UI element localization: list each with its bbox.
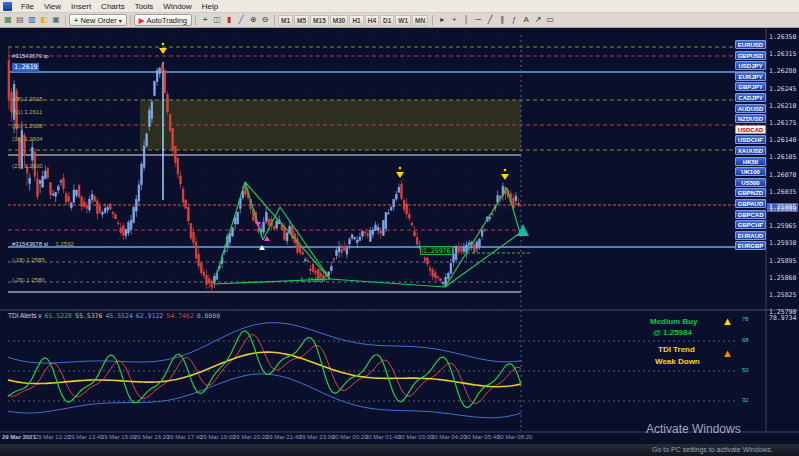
price-scale-label: 1.26245	[769, 85, 796, 93]
vertical-line-icon[interactable]: │	[460, 14, 472, 27]
bar-chart-icon[interactable]: ◫	[211, 14, 223, 27]
tdi-values: 65.522855.537645.552462.912254.74620.000…	[42, 312, 221, 319]
trendline-icon[interactable]: ╱	[484, 14, 496, 27]
tdi-value: 0.0000	[197, 312, 220, 320]
market-watch-icon[interactable]: ▥	[26, 14, 38, 27]
pair-button-gbpcad[interactable]: GBPCAD	[735, 210, 766, 219]
pair-button-gbpnzd[interactable]: GBPNZD	[735, 188, 766, 197]
toolbar-separator	[274, 15, 275, 26]
timeframe-mn[interactable]: MN	[412, 15, 428, 26]
mt4-window: FileViewInsertChartsToolsWindowHelp ▦ ▤ …	[0, 0, 799, 456]
signal-weak-down: Weak Down	[655, 357, 700, 366]
timeframe-h1[interactable]: H1	[349, 15, 363, 26]
activate-windows-watermark: Activate Windows	[646, 422, 741, 436]
time-axis-label: 29 Mar 12:20	[35, 434, 70, 440]
menu-help[interactable]: Help	[197, 2, 223, 11]
pair-button-gbpjpy[interactable]: GBPJPY	[735, 82, 766, 91]
shapes-icon[interactable]: ▭	[544, 14, 556, 27]
status-bar: Go to PC settings to activate Windows.	[0, 444, 799, 456]
line-chart-icon[interactable]: ╱	[235, 14, 247, 27]
tdi-value: 54.7462	[166, 312, 193, 320]
plus-icon: +	[74, 16, 78, 25]
terminal-icon[interactable]: ▣	[50, 14, 62, 27]
price-scale-label: 1.25895	[769, 257, 796, 265]
timeframe-h4[interactable]: H4	[365, 15, 379, 26]
signal-tdi-trend: TDI Trend	[658, 345, 695, 354]
pair-button-cadjpy[interactable]: CADJPY	[735, 93, 766, 102]
channel-icon[interactable]: ∥	[496, 14, 508, 27]
pair-button-audusd[interactable]: AUDUSD	[735, 104, 766, 113]
fib-level-label: (38) 1.2604	[12, 136, 43, 142]
price-scale-label: 1.26070	[769, 171, 796, 179]
pair-button-gbpaud[interactable]: GBPAUD	[735, 199, 766, 208]
chevron-down-icon: ▾	[119, 17, 122, 24]
pair-button-gbpusd[interactable]: GBPUSD	[735, 51, 766, 60]
pair-button-nzdusd[interactable]: NZDUSD	[735, 114, 766, 123]
fib-level-label: (-26) 1.2580	[12, 277, 45, 283]
pair-button-euraud[interactable]: EURAUD	[735, 231, 766, 240]
tdi-level-label: 68	[742, 337, 749, 343]
menu-window[interactable]: Window	[158, 2, 196, 11]
arrow-tool-icon[interactable]: ↗	[532, 14, 544, 27]
new-order-label: New Order	[80, 16, 116, 25]
fib-level-label: (-18) 1.2585	[12, 257, 45, 263]
zoom-in-icon[interactable]: ⊕	[247, 14, 259, 27]
timeframe-m1[interactable]: M1	[278, 15, 293, 26]
toolbar-separator	[195, 15, 196, 26]
tdi-value: 55.5376	[75, 312, 102, 320]
time-axis-label: 30 Mar 04:20	[431, 434, 466, 440]
price-scale-label: 1.26210	[769, 102, 796, 110]
timeframe-m30[interactable]: M30	[330, 15, 349, 26]
pair-button-uk100[interactable]: UK100	[735, 167, 766, 176]
price-scale-label: 1.25860	[769, 274, 796, 282]
up-arrow-icon: ▲	[722, 347, 733, 359]
candlestick-icon[interactable]: ▮	[223, 14, 235, 27]
navigator-icon[interactable]: ◧	[38, 14, 50, 27]
pair-button-us500[interactable]: US500	[735, 178, 766, 187]
timeframe-m15[interactable]: M15	[310, 15, 329, 26]
timeframe-m5[interactable]: M5	[294, 15, 309, 26]
up-arrow-icon: ▲	[722, 315, 733, 327]
menu-charts[interactable]: Charts	[96, 2, 130, 11]
zoom-out-icon[interactable]: ⊖	[259, 14, 271, 27]
fib-level-label: (23) 1.2600	[12, 163, 43, 169]
time-axis-label: 30 Mar 03:00	[398, 434, 433, 440]
fibonacci-icon[interactable]: ƒ	[508, 14, 520, 27]
price-chart-svg[interactable]	[0, 28, 799, 440]
profiles-icon[interactable]: ▤	[14, 14, 26, 27]
price-scale-label: 1.26280	[769, 67, 796, 75]
pair-button-eurgbp[interactable]: EURGBP	[735, 241, 766, 250]
cursor-icon[interactable]: ▸	[436, 14, 448, 27]
menu-tools[interactable]: Tools	[130, 2, 159, 11]
menu-view[interactable]: View	[39, 2, 66, 11]
pair-button-hk50[interactable]: HK50	[735, 157, 766, 166]
new-order-button[interactable]: + New Order ▾	[69, 14, 127, 26]
indicators-icon[interactable]: +	[199, 14, 211, 27]
autotrading-button[interactable]: ▶ AutoTrading	[134, 14, 192, 26]
timeframe-d1[interactable]: D1	[380, 15, 394, 26]
text-icon[interactable]: A	[520, 14, 532, 27]
menu-insert[interactable]: Insert	[66, 2, 96, 11]
time-axis-label: 29 Mar 19:00	[200, 434, 235, 440]
pair-button-usdchf[interactable]: USDCHF	[735, 135, 766, 144]
time-axis-label: 29 Mar 2021	[2, 434, 36, 440]
price-scale-label: 1.25930	[769, 239, 796, 247]
menu-file[interactable]: File	[16, 2, 39, 11]
timeframe-w1[interactable]: W1	[395, 15, 411, 26]
pair-button-eurjpy[interactable]: EURJPY	[735, 72, 766, 81]
pair-button-gbpchf[interactable]: GBPCHF	[735, 220, 766, 229]
price-scale-label: 1.26315	[769, 50, 796, 58]
pair-button-usdcad[interactable]: USDCAD	[735, 125, 766, 134]
new-chart-icon[interactable]: ▦	[2, 14, 14, 27]
time-axis-label: 29 Mar 16:20	[134, 434, 169, 440]
crosshair-icon[interactable]: +	[448, 14, 460, 27]
toolbar: ▦ ▤ ▥ ◧ ▣ + New Order ▾ ▶ AutoTrading + …	[0, 13, 799, 28]
horizontal-line-icon[interactable]: ─	[472, 14, 484, 27]
price-scale-label: 1.26140	[769, 136, 796, 144]
pair-button-usdjpy[interactable]: USDJPY	[735, 61, 766, 70]
time-axis-label: 29 Mar 20:20	[233, 434, 268, 440]
menu-bar: FileViewInsertChartsToolsWindowHelp	[0, 0, 799, 13]
pair-button-eurusd[interactable]: EURUSD	[735, 40, 766, 49]
pair-button-xauusd[interactable]: XAUUSD	[735, 146, 766, 155]
activate-windows-subtext: Go to PC settings to activate Windows.	[652, 446, 773, 453]
